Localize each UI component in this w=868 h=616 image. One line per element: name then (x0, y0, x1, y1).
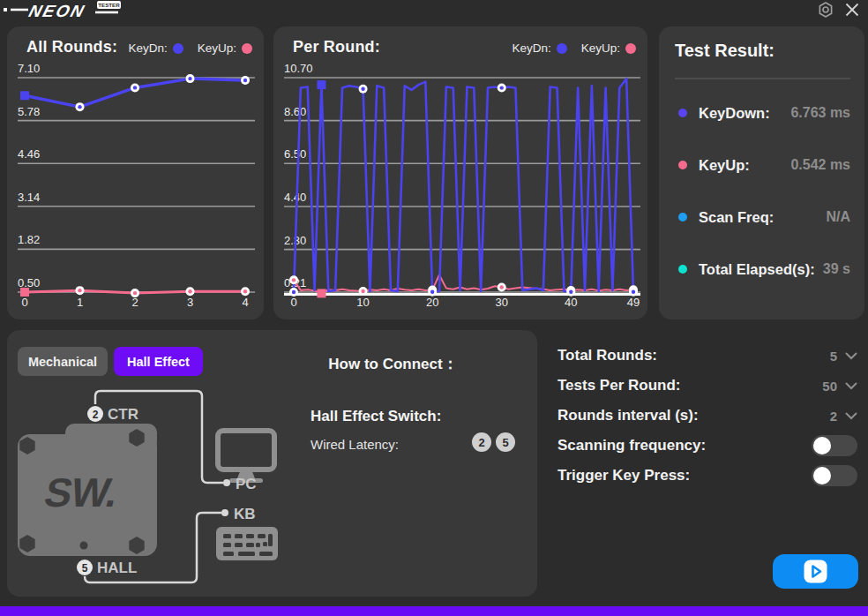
setting-scanning-frequency: Scanning frequency: (557, 431, 857, 461)
settings-panel: Total Rounds: 5 Tests Per Round: 50 Roun… (557, 341, 857, 491)
close-icon[interactable] (843, 2, 861, 18)
tests-per-round-select[interactable]: 50 (822, 379, 857, 394)
svg-text:3.14: 3.14 (18, 191, 40, 204)
result-row-keydown: KeyDown: 6.763 ms (678, 102, 850, 124)
svg-text:1.82: 1.82 (18, 233, 40, 246)
legend-keydn-label: KeyDn: (128, 41, 167, 55)
ctr-label: CTR (108, 406, 138, 423)
result-row-elapsed: Total Elapsed(s): 39 s (678, 259, 850, 280)
elapsed-value: 39 s (823, 261, 850, 277)
scanfreq-dot-icon (678, 213, 687, 222)
per-round-chart-card: 10.708.606.504.402.300.2101020304049 Per… (273, 26, 647, 319)
start-test-button[interactable] (773, 554, 858, 589)
per-round-chart[interactable]: 10.708.606.504.402.300.2101020304049 (273, 26, 647, 319)
brand-badge: TESTER (98, 2, 120, 8)
keydn-dot-icon (557, 43, 567, 54)
elapsed-dot-icon (678, 265, 687, 274)
tab-mechanical[interactable]: Mechanical (18, 347, 108, 376)
keyup-dot-icon (678, 161, 687, 169)
board-logo: SW. (41, 470, 122, 515)
test-result-panel: Test Result: KeyDown: 6.763 ms KeyUp: 0.… (659, 26, 864, 319)
wired-latency-badges: 2 5 (472, 432, 515, 452)
keyup-dot-icon (242, 43, 252, 54)
svg-text:2: 2 (131, 296, 138, 309)
svg-text:4.46: 4.46 (18, 147, 40, 161)
play-icon (804, 560, 827, 583)
chevron-down-icon (845, 382, 857, 390)
svg-text:10: 10 (356, 296, 369, 309)
all-rounds-title: All Rounds: (26, 38, 117, 56)
setting-rounds-interval: Rounds interval (s): 2 (557, 401, 857, 431)
kb-label: KB (234, 506, 256, 522)
svg-text:40: 40 (565, 296, 577, 309)
svg-text:6.50: 6.50 (284, 147, 306, 161)
chevron-down-icon (845, 412, 857, 420)
svg-text:3: 3 (187, 296, 193, 309)
badge-2: 2 (472, 432, 491, 452)
result-row-scanfreq: Scan Freq: N/A (678, 207, 850, 228)
scanfreq-value: N/A (826, 209, 850, 225)
rounds-interval-select[interactable]: 2 (830, 409, 857, 424)
accent-bar (0, 606, 868, 616)
connect-panel: SW. 2 CTR 5 HALL PC KB (7, 330, 537, 597)
kb-keyboard-icon (216, 527, 278, 560)
keydn-dot-icon (173, 43, 183, 54)
ctr-num-badge: 2 (93, 409, 99, 421)
svg-text:5.78: 5.78 (18, 105, 40, 118)
keyup-value: 0.542 ms (790, 157, 850, 173)
svg-text:8.60: 8.60 (284, 105, 306, 118)
pc-label: PC (236, 476, 257, 492)
how-to-connect-title: How to Connect： (298, 354, 488, 374)
svg-text:4: 4 (242, 296, 248, 309)
brand-text: NEON (26, 1, 87, 20)
result-row-keyup: KeyUp: 0.542 ms (678, 154, 850, 176)
gear-icon[interactable] (817, 2, 834, 18)
trigger-key-press-toggle[interactable] (812, 465, 857, 486)
app-logo: NEON TESTER (2, 0, 143, 27)
svg-text:7.10: 7.10 (18, 62, 40, 75)
legend-keydn-label: KeyDn: (512, 41, 550, 55)
setting-total-rounds: Total Rounds: 5 (557, 341, 857, 371)
badge-5: 5 (496, 432, 515, 452)
svg-text:4.40: 4.40 (284, 191, 306, 204)
hall-label: HALL (97, 560, 137, 576)
all-rounds-legend: KeyDn: KeyUp: (128, 41, 252, 55)
svg-text:20: 20 (426, 296, 438, 309)
setting-trigger-key-press: Trigger Key Press: (557, 461, 857, 491)
svg-text:10.70: 10.70 (284, 62, 313, 75)
per-round-legend: KeyDn: KeyUp: (512, 41, 636, 55)
per-round-title: Per Round: (293, 38, 380, 56)
keyup-dot-icon (625, 43, 636, 54)
svg-text:49: 49 (627, 296, 640, 309)
keydown-value: 6.763 ms (790, 105, 850, 121)
hall-num-badge: 5 (82, 562, 88, 575)
setting-tests-per-round: Tests Per Round: 50 (557, 371, 857, 401)
total-rounds-select[interactable]: 5 (830, 349, 857, 364)
divider (675, 78, 850, 79)
titlebar: NEON TESTER (0, 0, 868, 25)
svg-text:0: 0 (290, 296, 296, 309)
svg-text:0: 0 (21, 296, 27, 309)
legend-keyup-label: KeyUp: (581, 41, 620, 55)
tab-hall-effect[interactable]: Hall Effect (114, 347, 203, 376)
keydown-dot-icon (678, 109, 687, 117)
svg-text:0.50: 0.50 (18, 276, 40, 289)
scanning-frequency-toggle[interactable] (812, 435, 857, 456)
test-result-title: Test Result: (675, 41, 774, 61)
chevron-down-icon (845, 352, 857, 360)
all-rounds-chart-card: 7.105.784.463.141.820.5001234 All Rounds… (7, 26, 264, 319)
wired-latency-label: Wired Latency: (311, 437, 399, 452)
svg-text:1: 1 (77, 296, 83, 309)
all-rounds-chart[interactable]: 7.105.784.463.141.820.5001234 (7, 26, 264, 319)
hall-effect-switch-subtitle: Hall Effect Switch: (311, 408, 441, 425)
legend-keyup-label: KeyUp: (198, 41, 236, 55)
svg-text:30: 30 (495, 296, 507, 309)
